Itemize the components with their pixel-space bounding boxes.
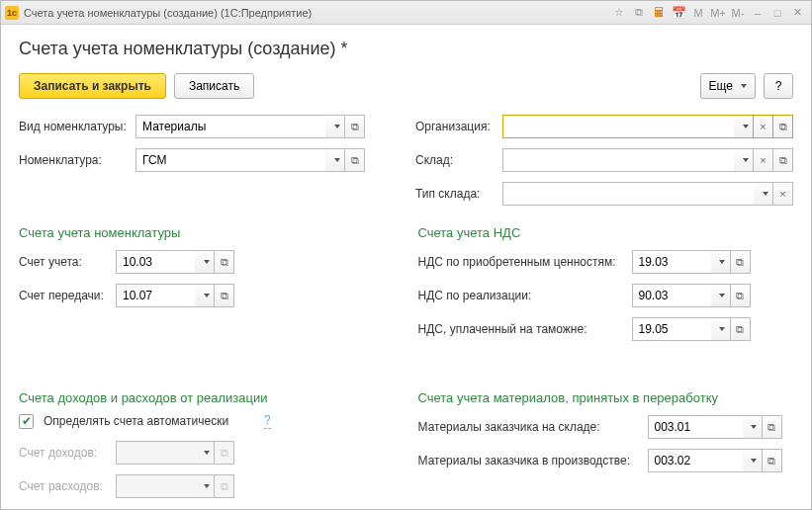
help-button[interactable]: ? [764, 73, 793, 99]
dropdown-icon[interactable] [195, 250, 215, 274]
calendar-icon[interactable]: 📅 [670, 5, 687, 21]
account-field: ⧉ [116, 250, 234, 274]
vat-sales-label: НДС по реализации: [418, 289, 632, 302]
dropdown-icon[interactable] [325, 115, 345, 138]
nomenclature-label: Номенклатура: [19, 153, 135, 167]
form-left-column: Вид номенклатуры: ⧉ Номенклатура: ⧉ [19, 113, 392, 213]
nomenclature-type-input[interactable] [135, 115, 325, 138]
save-and-close-button[interactable]: Записать и закрыть [19, 73, 166, 99]
dropdown-icon[interactable] [743, 449, 763, 472]
warehouse-label: Склад: [415, 153, 502, 167]
check-icon: ✔ [22, 415, 32, 427]
vat-sales-input[interactable] [632, 284, 711, 307]
form-upper: Вид номенклатуры: ⧉ Номенклатура: ⧉ [19, 113, 793, 213]
expense-account-input [116, 474, 195, 498]
titlebar: 1c Счета учета номенклатуры (создание) (… [1, 1, 811, 25]
dropdown-icon [195, 474, 215, 498]
open-icon[interactable]: ⧉ [731, 317, 751, 341]
more-button[interactable]: Еще [700, 73, 756, 99]
customer-materials-production-input[interactable] [648, 449, 743, 472]
attach-icon[interactable]: ⧉ [630, 5, 648, 21]
open-icon[interactable]: ⧉ [773, 148, 793, 172]
accounts-nomenclature-section: Счета учета номенклатуры Счет учета: ⧉ С… [19, 213, 395, 349]
materials-processing-section: Счета учета материалов, принятых в перер… [418, 379, 794, 506]
dropdown-icon[interactable] [711, 250, 731, 274]
nomenclature-type-field: ⧉ [135, 115, 365, 138]
dropdown-icon[interactable] [711, 284, 731, 307]
expense-account-label: Счет расходов: [19, 479, 116, 493]
vat-customs-label: НДС, уплаченный на таможне: [418, 322, 632, 336]
accounts-nomenclature-title: Счета учета номенклатуры [19, 225, 395, 240]
warehouse-type-input[interactable] [502, 182, 754, 206]
dropdown-icon[interactable] [711, 317, 731, 341]
open-icon[interactable]: ⧉ [763, 449, 782, 472]
warehouse-input[interactable] [502, 148, 734, 172]
open-icon: ⧉ [215, 441, 234, 465]
dropdown-icon[interactable] [325, 148, 345, 172]
customer-materials-production-label: Материалы заказчика в производстве: [418, 454, 648, 468]
income-account-input [116, 441, 195, 465]
memory-mminus-button[interactable]: M- [729, 5, 747, 21]
account-label: Счет учета: [19, 255, 116, 269]
customer-materials-warehouse-field: ⧉ [648, 415, 782, 439]
open-icon[interactable]: ⧉ [763, 415, 782, 439]
income-account-label: Счет доходов: [19, 446, 116, 460]
clear-icon[interactable]: × [773, 182, 793, 206]
open-icon[interactable]: ⧉ [345, 115, 365, 138]
open-icon[interactable]: ⧉ [731, 284, 751, 307]
window: 1c Счета учета номенклатуры (создание) (… [0, 0, 812, 510]
auto-accounts-checkbox[interactable]: ✔ [19, 414, 34, 429]
clear-icon[interactable]: × [754, 115, 773, 138]
vat-purchased-field: ⧉ [632, 250, 751, 274]
favorite-icon[interactable]: ☆ [610, 5, 628, 21]
window-title: Счета учета номенклатуры (создание) (1С:… [24, 7, 312, 19]
dropdown-icon[interactable] [195, 284, 215, 307]
maximize-icon[interactable]: □ [768, 5, 786, 21]
customer-materials-warehouse-label: Материалы заказчика на складе: [418, 420, 648, 434]
income-expense-section: Счета доходов и расходов от реализации ✔… [19, 379, 395, 506]
nomenclature-type-label: Вид номенклатуры: [19, 120, 135, 133]
open-icon: ⧉ [215, 474, 234, 498]
accounts-vat-title: Счета учета НДС [418, 225, 794, 240]
save-button[interactable]: Записать [174, 73, 254, 99]
open-icon[interactable]: ⧉ [345, 148, 365, 172]
sections-lower: Счета доходов и расходов от реализации ✔… [19, 379, 793, 506]
dropdown-icon[interactable] [734, 115, 754, 138]
transfer-account-field: ⧉ [116, 284, 234, 307]
open-icon[interactable]: ⧉ [731, 250, 751, 274]
calculator-icon[interactable]: 🖩 [650, 5, 668, 21]
open-icon[interactable]: ⧉ [215, 284, 234, 307]
customer-materials-production-field: ⧉ [648, 449, 782, 472]
warehouse-type-label: Тип склада: [415, 187, 502, 201]
app-icon: 1c [5, 6, 19, 20]
vat-customs-input[interactable] [632, 317, 711, 341]
form-right-column: Организация: × ⧉ Склад: × ⧉ [415, 113, 793, 213]
more-button-label: Еще [709, 79, 733, 93]
dropdown-icon[interactable] [734, 148, 754, 172]
organization-input[interactable] [502, 115, 734, 138]
vat-purchased-input[interactable] [632, 250, 711, 274]
open-icon[interactable]: ⧉ [215, 250, 234, 274]
organization-label: Организация: [415, 120, 502, 133]
vat-customs-field: ⧉ [632, 317, 751, 341]
clear-icon[interactable]: × [754, 148, 773, 172]
transfer-account-input[interactable] [116, 284, 195, 307]
minimize-icon[interactable]: – [749, 5, 767, 21]
chevron-down-icon [741, 84, 747, 88]
nomenclature-input[interactable] [135, 148, 325, 172]
account-input[interactable] [116, 250, 195, 274]
toolbar: Записать и закрыть Записать Еще ? [19, 73, 793, 99]
income-expense-help[interactable]: ? [264, 413, 271, 429]
warehouse-field: × ⧉ [502, 148, 793, 172]
page-title: Счета учета номенклатуры (создание) * [19, 39, 793, 59]
vat-purchased-label: НДС по приобретенным ценностям: [418, 255, 632, 269]
dropdown-icon[interactable] [743, 415, 763, 439]
close-icon[interactable]: ✕ [788, 5, 806, 21]
memory-m-button[interactable]: M [689, 5, 707, 21]
memory-mplus-button[interactable]: M+ [709, 5, 727, 21]
customer-materials-warehouse-input[interactable] [648, 415, 743, 439]
dropdown-icon [195, 441, 215, 465]
dropdown-icon[interactable] [754, 182, 773, 206]
accounts-vat-section: Счета учета НДС НДС по приобретенным цен… [418, 213, 794, 349]
open-icon[interactable]: ⧉ [773, 115, 793, 138]
